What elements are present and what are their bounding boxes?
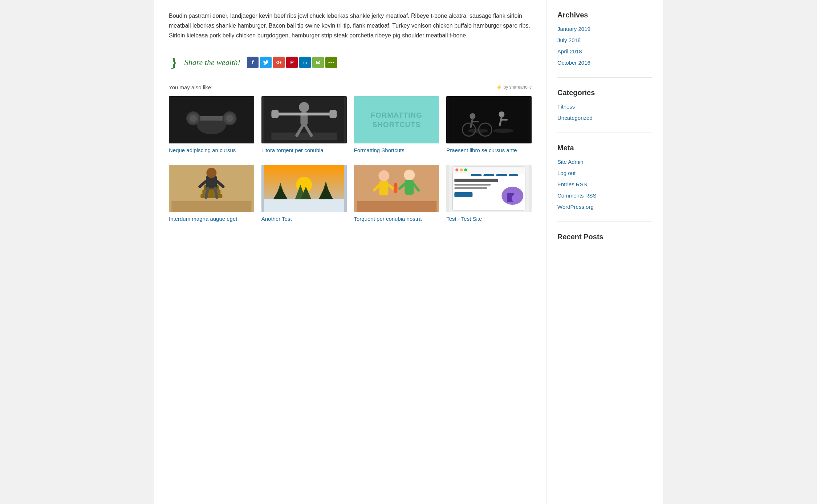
- bolt-icon: ⚡: [496, 84, 502, 90]
- meta-title: Meta: [557, 144, 652, 152]
- sidebar-categories-section: Categories Fitness Uncategorized: [557, 89, 652, 133]
- main-content: Boudin pastrami doner, landjaeger kevin …: [154, 0, 546, 504]
- also-like-label: You may also like:: [169, 84, 212, 90]
- share-facebook-button[interactable]: f: [247, 57, 259, 68]
- related-post-8-image: [446, 165, 532, 212]
- meta-link-site-admin[interactable]: Site Admin: [557, 158, 652, 166]
- archive-link-jul-2018[interactable]: July 2018: [557, 36, 652, 44]
- archive-link-oct-2016[interactable]: October 2016: [557, 59, 652, 66]
- svg-point-12: [299, 102, 309, 112]
- related-post-4[interactable]: Praesent libro se cursus ante: [446, 96, 532, 154]
- share-pinterest-button[interactable]: P: [286, 57, 298, 68]
- related-post-1-title: Neque adipiscing an cursus: [169, 146, 254, 154]
- related-post-6-image: [261, 165, 347, 212]
- svg-line-39: [206, 188, 208, 198]
- related-post-6[interactable]: Another Test: [261, 165, 347, 223]
- archive-link-jan-2019[interactable]: January 2019: [557, 25, 652, 33]
- svg-rect-31: [171, 201, 251, 212]
- svg-rect-14: [275, 113, 333, 115]
- related-post-3-title: Formatting Shortcuts: [354, 146, 439, 154]
- shareaholic-credit: ⚡ by shareaholic: [496, 84, 532, 90]
- related-post-7-image: [354, 165, 439, 212]
- related-post-5[interactable]: Interdum magna augue eget: [169, 165, 254, 223]
- related-post-7-title: Torquent per conubia nostra: [354, 215, 439, 223]
- related-posts-grid-row1: Neque adipiscing an cursus: [169, 96, 532, 154]
- related-post-1[interactable]: Neque adipiscing an cursus: [169, 96, 254, 154]
- svg-rect-43: [264, 199, 344, 212]
- share-more-button[interactable]: [325, 57, 337, 68]
- page-wrapper: Boudin pastrami doner, landjaeger kevin …: [154, 0, 663, 504]
- related-post-2-title: Litora torqent per conubia: [261, 146, 347, 154]
- sidebar-recent-posts-section: Recent Posts: [557, 233, 652, 254]
- share-buttons-group: f G+ P in ✉: [247, 57, 337, 68]
- svg-point-36: [206, 168, 216, 178]
- share-wealth-label: Share the wealth!: [184, 58, 240, 67]
- related-post-8[interactable]: Test - Test Site: [446, 165, 532, 223]
- svg-rect-33: [202, 190, 220, 195]
- svg-rect-57: [405, 180, 414, 195]
- svg-rect-51: [357, 201, 436, 212]
- share-linkedin-button[interactable]: in: [299, 57, 311, 68]
- related-post-3[interactable]: FORMATTINGSHORTCUTS Formatting Shortcuts: [354, 96, 439, 154]
- article-body: Boudin pastrami doner, landjaeger kevin …: [169, 11, 532, 41]
- svg-point-2: [333, 62, 334, 63]
- archives-title: Archives: [557, 11, 652, 19]
- related-post-3-image: FORMATTINGSHORTCUTS: [354, 96, 439, 143]
- also-like-header: You may also like: ⚡ by shareaholic: [169, 84, 532, 90]
- meta-link-logout[interactable]: Log out: [557, 169, 652, 177]
- share-section: } Share the wealth! f G+ P in ✉: [169, 52, 532, 73]
- shareaholic-credit-text: by shareaholic: [504, 85, 532, 90]
- related-post-8-title: Test - Test Site: [446, 215, 532, 223]
- related-post-2[interactable]: Litora torqent per conubia: [261, 96, 347, 154]
- meta-link-wordpress[interactable]: WordPress.org: [557, 203, 652, 211]
- svg-rect-15: [271, 110, 279, 118]
- svg-rect-61: [394, 183, 397, 186]
- svg-point-1: [331, 62, 332, 63]
- svg-rect-64: [453, 167, 525, 173]
- svg-point-20: [468, 129, 488, 133]
- category-link-fitness[interactable]: Fitness: [557, 103, 652, 110]
- svg-rect-74: [455, 187, 487, 189]
- svg-rect-72: [455, 179, 498, 182]
- svg-rect-53: [379, 181, 388, 195]
- svg-rect-68: [471, 174, 482, 176]
- svg-point-0: [329, 62, 330, 63]
- formatting-shortcuts-placeholder-text: FORMATTINGSHORTCUTS: [371, 110, 422, 129]
- category-link-uncategorized[interactable]: Uncategorized: [557, 114, 652, 122]
- share-twitter-button[interactable]: [260, 57, 272, 68]
- sidebar: Archives January 2019 July 2018 April 20…: [546, 0, 663, 504]
- related-post-5-title: Interdum magna augue eget: [169, 215, 254, 223]
- archive-link-apr-2018[interactable]: April 2018: [557, 48, 652, 55]
- svg-point-52: [378, 170, 389, 181]
- related-post-5-image: [169, 165, 254, 212]
- share-email-button[interactable]: ✉: [312, 57, 324, 68]
- related-post-7[interactable]: Torquent per conubia nostra: [354, 165, 439, 223]
- svg-rect-73: [455, 184, 491, 186]
- svg-rect-70: [496, 174, 507, 176]
- categories-title: Categories: [557, 89, 652, 97]
- related-post-4-title: Praesent libro se cursus ante: [446, 146, 532, 154]
- sidebar-meta-section: Meta Site Admin Log out Entries RSS Comm…: [557, 144, 652, 222]
- svg-point-8: [190, 115, 197, 122]
- svg-rect-60: [394, 185, 397, 193]
- svg-point-56: [404, 170, 415, 180]
- curly-bracket-icon: }: [169, 56, 179, 69]
- svg-point-78: [512, 194, 521, 203]
- svg-point-9: [226, 115, 233, 122]
- svg-point-65: [456, 168, 459, 171]
- svg-point-21: [493, 129, 514, 133]
- svg-rect-71: [509, 174, 518, 176]
- svg-point-67: [464, 168, 467, 171]
- recent-posts-title: Recent Posts: [557, 233, 652, 241]
- svg-line-40: [215, 188, 217, 198]
- svg-rect-11: [271, 133, 337, 140]
- svg-rect-16: [329, 110, 337, 118]
- sidebar-archives-section: Archives January 2019 July 2018 April 20…: [557, 11, 652, 78]
- meta-link-entries-rss[interactable]: Entries RSS: [557, 180, 652, 188]
- share-googleplus-button[interactable]: G+: [273, 57, 285, 68]
- related-post-2-image: [261, 96, 347, 143]
- svg-point-66: [460, 168, 463, 171]
- related-post-6-title: Another Test: [261, 215, 347, 223]
- meta-link-comments-rss[interactable]: Comments RSS: [557, 192, 652, 199]
- related-post-1-image: [169, 96, 254, 143]
